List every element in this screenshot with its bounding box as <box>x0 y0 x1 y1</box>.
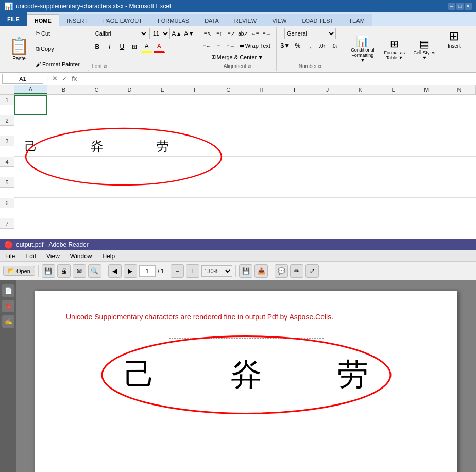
confirm-formula-icon[interactable]: ✓ <box>61 75 69 82</box>
cell-d4[interactable] <box>113 157 146 177</box>
col-header-i[interactable]: I <box>278 85 311 94</box>
tab-data[interactable]: DATA <box>197 14 227 26</box>
percent-button[interactable]: % <box>292 40 303 52</box>
cell-h5[interactable] <box>245 177 278 198</box>
adobe-menu-help[interactable]: Help <box>97 250 121 262</box>
copy-button[interactable]: ⧉ Copy <box>33 45 82 54</box>
cell-c3[interactable]: 灷 <box>80 136 113 157</box>
email-button[interactable]: ✉ <box>73 264 86 278</box>
cell-g6[interactable] <box>212 198 245 218</box>
cell-d1[interactable] <box>113 95 146 115</box>
formula-input[interactable] <box>80 74 474 84</box>
conditional-formatting-button[interactable]: 📊 Conditional Formatting ▼ <box>347 34 378 64</box>
cell-m3[interactable] <box>410 136 443 157</box>
cell-l7[interactable] <box>377 218 410 239</box>
cell-b4[interactable] <box>47 157 80 177</box>
col-header-c[interactable]: C <box>80 85 113 94</box>
adobe-menu-view[interactable]: View <box>41 250 65 262</box>
underline-button[interactable]: U <box>116 41 128 53</box>
zoom-select[interactable]: 130% <box>201 265 232 277</box>
zoom-out-button[interactable]: − <box>171 264 184 278</box>
cell-n4[interactable] <box>443 157 476 177</box>
align-top-right-button[interactable]: ≡↗ <box>226 28 237 39</box>
cancel-formula-icon[interactable]: ✕ <box>51 75 59 82</box>
cell-g4[interactable] <box>212 157 245 177</box>
col-header-k[interactable]: K <box>344 85 377 94</box>
cell-j6[interactable] <box>311 198 344 218</box>
col-header-e[interactable]: E <box>146 85 179 94</box>
cell-i4[interactable] <box>278 157 311 177</box>
save-button[interactable]: 💾 <box>42 264 55 278</box>
markup-button[interactable]: ✏ <box>290 264 303 278</box>
cell-g2[interactable] <box>212 115 245 136</box>
cell-l5[interactable] <box>377 177 410 198</box>
tab-home[interactable]: HOME <box>27 14 59 26</box>
cell-l6[interactable] <box>377 198 410 218</box>
cell-styles-button[interactable]: ▤ Cell Styles ▼ <box>411 37 438 61</box>
cell-b1[interactable] <box>47 95 80 115</box>
align-top-center-button[interactable]: ≡↑ <box>214 28 225 39</box>
cell-e2[interactable] <box>146 115 179 136</box>
tab-load-test[interactable]: LOAD TEST <box>294 14 341 26</box>
font-color-button[interactable]: A <box>154 41 165 53</box>
cell-j4[interactable] <box>311 157 344 177</box>
col-header-a[interactable]: A <box>14 85 47 94</box>
cell-j1[interactable] <box>311 95 344 115</box>
insert-function-icon[interactable]: fx <box>71 75 78 82</box>
cell-j3[interactable] <box>311 136 344 157</box>
cut-button[interactable]: ✂ Cut <box>33 29 82 38</box>
tab-view[interactable]: VIEW <box>264 14 294 26</box>
col-header-n[interactable]: N <box>443 85 476 94</box>
cell-n3[interactable] <box>443 136 476 157</box>
format-as-table-button[interactable]: ⊞ Format as Table ▼ <box>379 37 410 61</box>
col-header-f[interactable]: F <box>179 85 212 94</box>
tab-page-layout[interactable]: PAGE LAYOUT <box>95 14 150 26</box>
cell-reference-input[interactable] <box>2 74 43 84</box>
cell-e3[interactable]: 劳 <box>146 136 179 157</box>
save-pdf-button[interactable]: 💾 <box>239 264 252 278</box>
cell-n5[interactable] <box>443 177 476 198</box>
cell-a6[interactable] <box>14 198 47 218</box>
cell-a2[interactable] <box>14 115 47 136</box>
number-dialog-launcher[interactable]: ⧉ <box>318 64 321 69</box>
cell-i6[interactable] <box>278 198 311 218</box>
currency-button[interactable]: $▼ <box>280 40 291 52</box>
font-dialog-launcher[interactable]: ⧉ <box>104 64 107 69</box>
indent-decrease-button[interactable]: ←≡ <box>249 28 261 39</box>
font-family-select[interactable]: Calibri <box>92 28 148 39</box>
cell-f1[interactable] <box>179 95 212 115</box>
cell-n1[interactable] <box>443 95 476 115</box>
cell-b5[interactable] <box>47 177 80 198</box>
cell-j5[interactable] <box>311 177 344 198</box>
cell-d5[interactable] <box>113 177 146 198</box>
tab-review[interactable]: REVIEW <box>227 14 264 26</box>
cell-c7[interactable] <box>80 218 113 239</box>
cell-d6[interactable] <box>113 198 146 218</box>
cell-g3[interactable] <box>212 136 245 157</box>
tab-team[interactable]: TEAM <box>341 14 372 26</box>
number-format-select[interactable]: General <box>284 28 336 39</box>
cell-b3[interactable] <box>47 136 80 157</box>
align-right-button[interactable]: ≡→ <box>225 40 236 52</box>
cell-a3[interactable]: 己 <box>14 136 47 157</box>
cell-m1[interactable] <box>410 95 443 115</box>
page-number-input[interactable] <box>139 265 156 277</box>
cell-b6[interactable] <box>47 198 80 218</box>
merge-center-button[interactable]: ⊞ Merge & Center ▼ <box>209 53 266 61</box>
cell-i2[interactable] <box>278 115 311 136</box>
cell-k6[interactable] <box>344 198 377 218</box>
cell-a1[interactable] <box>14 95 47 115</box>
col-header-g[interactable]: G <box>212 85 245 94</box>
cell-m4[interactable] <box>410 157 443 177</box>
cell-g5[interactable] <box>212 177 245 198</box>
cell-l4[interactable] <box>377 157 410 177</box>
bold-button[interactable]: B <box>92 41 103 53</box>
cell-e6[interactable] <box>146 198 179 218</box>
cell-c1[interactable] <box>80 95 113 115</box>
cell-h7[interactable] <box>245 218 278 239</box>
adobe-menu-file[interactable]: File <box>0 250 20 262</box>
cell-a5[interactable] <box>14 177 47 198</box>
col-header-h[interactable]: H <box>245 85 278 94</box>
font-size-select[interactable]: 11 <box>149 28 170 39</box>
cell-i3[interactable] <box>278 136 311 157</box>
